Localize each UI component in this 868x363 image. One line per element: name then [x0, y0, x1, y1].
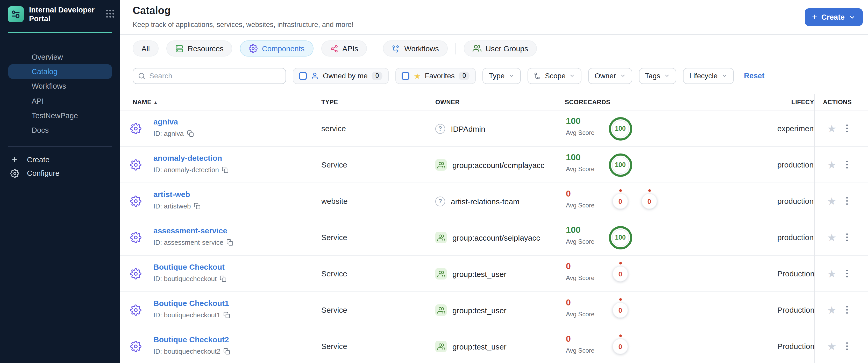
- owned-by-me-filter[interactable]: Owned by me 0: [293, 68, 389, 84]
- avg-score-label: Avg Score: [566, 129, 594, 137]
- entity-type: Service: [321, 269, 347, 278]
- scorecard-gauge[interactable]: 0: [609, 193, 632, 209]
- owner-label: artist-relations-team: [451, 197, 520, 206]
- favorite-star-icon[interactable]: ★: [827, 196, 836, 206]
- tab-workflows[interactable]: Workflows: [383, 40, 448, 57]
- favorite-star-icon[interactable]: ★: [827, 341, 836, 351]
- tab-apis[interactable]: APIs: [321, 40, 367, 57]
- create-button[interactable]: + Create: [805, 8, 863, 26]
- scorecard-gauge[interactable]: 100: [609, 153, 632, 177]
- table-row[interactable]: artist-webID: artistwebwebsite?artist-re…: [120, 183, 868, 219]
- tab-divider: [456, 43, 456, 54]
- tab-user-groups[interactable]: User Groups: [464, 40, 537, 57]
- favorite-star-icon[interactable]: ★: [827, 123, 836, 133]
- entity-name-link[interactable]: assessment-service: [153, 226, 227, 235]
- tab-label: Resources: [188, 44, 224, 53]
- table-row[interactable]: assessment-serviceID: assessment-service…: [120, 219, 868, 256]
- avg-score-value: 0: [566, 189, 571, 199]
- copy-icon[interactable]: [220, 275, 226, 282]
- gear-icon: [8, 169, 21, 178]
- scorecard-gauge[interactable]: 100: [609, 226, 632, 249]
- kebab-menu-icon[interactable]: [844, 340, 850, 352]
- kebab-menu-icon[interactable]: [844, 231, 850, 243]
- favorite-star-icon[interactable]: ★: [827, 232, 836, 242]
- sidebar-item-label: Docs: [32, 126, 49, 134]
- sidebar-item-overview[interactable]: Overview: [8, 50, 112, 64]
- avg-score-value: 0: [566, 261, 571, 272]
- scorecard-gauge[interactable]: 0: [609, 266, 632, 281]
- scorecard-gauge[interactable]: 0: [609, 339, 632, 354]
- component-gear-icon: [130, 123, 142, 134]
- scorecard-gauge[interactable]: 100: [609, 117, 632, 140]
- sidebar-item-docs[interactable]: Docs: [8, 123, 112, 138]
- sidebar-item-catalog[interactable]: Catalog: [8, 64, 112, 79]
- app-root: Internal Developer Portal OverviewCatalo…: [0, 0, 868, 363]
- sidebar-create-button[interactable]: + Create: [0, 153, 120, 167]
- copy-icon[interactable]: [226, 239, 233, 246]
- table-row[interactable]: Boutique Checkout1ID: boutiquecheckout1S…: [120, 292, 868, 328]
- entity-name-link[interactable]: Boutique Checkout2: [153, 335, 229, 344]
- search-input[interactable]: [149, 71, 281, 80]
- table-row[interactable]: anomaly-detectionID: anomaly-detectionSe…: [120, 147, 868, 183]
- tab-components[interactable]: Components: [240, 40, 313, 57]
- brand-accent-bar: [8, 32, 112, 33]
- page-subtitle: Keep track of applications, services, we…: [133, 21, 353, 29]
- owner-label: group:account/ccmplayacc: [453, 160, 545, 169]
- entity-id: ID: anomaly-detection: [153, 166, 229, 174]
- table-row[interactable]: agnivaID: agnivaservice?IDPAdmin100Avg S…: [120, 111, 868, 147]
- component-gear-icon: [130, 232, 142, 243]
- scorecard-gauge[interactable]: 0: [638, 193, 661, 209]
- table-row[interactable]: Boutique CheckoutID: boutiquecheckoutSer…: [120, 256, 868, 292]
- kebab-menu-icon[interactable]: [844, 268, 850, 280]
- table-row[interactable]: Boutique Checkout2ID: boutiquecheckout2S…: [120, 328, 868, 363]
- sidebar-item-workflows[interactable]: Workflows: [8, 79, 112, 94]
- copy-icon[interactable]: [187, 130, 193, 137]
- copy-icon[interactable]: [222, 167, 229, 173]
- table-header: NAME▲TYPEOWNERSCORECARDSLIFECYCLE: [120, 94, 868, 111]
- filter-dropdown-scope[interactable]: Scope: [527, 68, 582, 84]
- scorecard-gauge[interactable]: 0: [609, 302, 632, 318]
- dropdown-label: Lifecycle: [689, 71, 717, 80]
- apps-grid-icon[interactable]: [106, 10, 114, 18]
- copy-icon[interactable]: [194, 203, 201, 210]
- entity-kind-tabs: AllResourcesComponentsAPIsWorkflowsUser …: [133, 40, 537, 57]
- filter-dropdown-lifecycle[interactable]: Lifecycle: [683, 68, 734, 84]
- copy-icon[interactable]: [224, 312, 230, 319]
- owned-by-me-checkbox[interactable]: [299, 72, 307, 80]
- favorites-checkbox[interactable]: [402, 72, 410, 80]
- entity-name-link[interactable]: anomaly-detection: [153, 153, 222, 162]
- filter-dropdown-owner[interactable]: Owner: [588, 68, 632, 84]
- kebab-menu-icon[interactable]: [844, 159, 850, 171]
- kebab-menu-icon[interactable]: [844, 122, 850, 134]
- kebab-menu-icon[interactable]: [844, 195, 850, 207]
- scorecard-divider: [603, 156, 603, 174]
- copy-icon[interactable]: [224, 348, 230, 355]
- entity-name-link[interactable]: Boutique Checkout1: [153, 299, 229, 307]
- kebab-menu-icon[interactable]: [844, 304, 850, 316]
- star-icon: ★: [414, 72, 421, 80]
- group-owner-icon: [435, 232, 447, 243]
- entity-name-link[interactable]: agniva: [153, 117, 178, 126]
- filter-dropdown-type[interactable]: Type: [483, 68, 521, 84]
- avg-score-value: 100: [566, 152, 581, 163]
- sidebar-item-testnewpage[interactable]: TestNewPage: [8, 109, 112, 123]
- tab-all[interactable]: All: [133, 40, 159, 57]
- sidebar-item-api[interactable]: API: [8, 94, 112, 108]
- favorite-star-icon[interactable]: ★: [827, 268, 836, 279]
- column-header-name[interactable]: NAME▲: [133, 98, 158, 106]
- tab-resources[interactable]: Resources: [166, 40, 232, 57]
- favorite-star-icon[interactable]: ★: [827, 305, 836, 315]
- favorite-star-icon[interactable]: ★: [827, 159, 836, 170]
- sort-ascending-icon: ▲: [154, 100, 158, 105]
- sidebar-configure-button[interactable]: Configure: [0, 167, 120, 180]
- avg-score-label: Avg Score: [566, 165, 594, 173]
- app-logo[interactable]: [8, 6, 24, 22]
- entity-name-link[interactable]: Boutique Checkout: [153, 263, 225, 271]
- reset-filters-button[interactable]: Reset: [744, 71, 764, 80]
- filter-dropdown-tags[interactable]: Tags: [639, 68, 676, 84]
- favorites-filter[interactable]: ★ Favorites 0: [396, 68, 476, 84]
- owned-by-me-count: 0: [372, 71, 383, 80]
- group-owner-icon: [435, 341, 447, 352]
- entity-name-link[interactable]: artist-web: [153, 190, 190, 199]
- tab-label: APIs: [342, 44, 358, 53]
